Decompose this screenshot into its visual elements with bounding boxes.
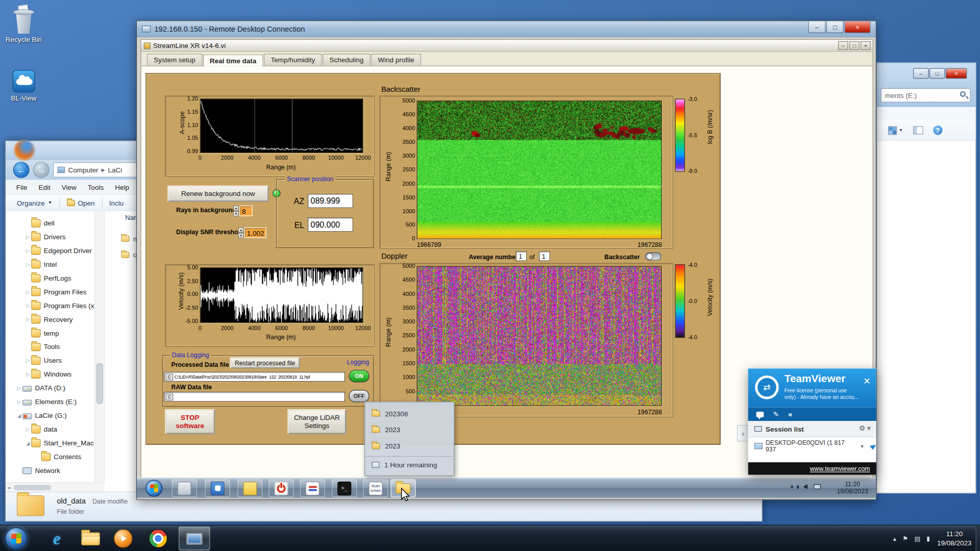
start-button[interactable] bbox=[5, 527, 28, 549]
close-icon[interactable]: ✕ bbox=[863, 377, 870, 385]
change-view-button[interactable]: ▼ bbox=[888, 126, 903, 135]
open-button[interactable]: Open bbox=[62, 197, 100, 208]
popup-folder-item[interactable]: 2023 bbox=[365, 422, 454, 438]
breadcrumb-drive[interactable]: LaCi bbox=[108, 166, 122, 174]
remote-clock[interactable]: 11:20 19/08/2023 bbox=[837, 481, 868, 495]
expander-icon[interactable]: ▷ bbox=[24, 289, 31, 294]
popup-folder-item[interactable]: 2023 bbox=[365, 438, 454, 454]
rdp-titlebar[interactable]: 192.168.0.150 - Remote Desktop Connectio… bbox=[137, 21, 875, 38]
teamviewer-expander[interactable]: › bbox=[737, 425, 749, 442]
close-button[interactable]: × bbox=[861, 41, 871, 50]
expander-icon[interactable]: ▷ bbox=[24, 234, 31, 240]
processed-logging-toggle[interactable]: ON bbox=[349, 370, 369, 382]
annotate-icon[interactable]: ✎ bbox=[773, 410, 779, 418]
remote-task-button-terminal[interactable]: >_ bbox=[332, 479, 357, 497]
stop-software-button[interactable]: STOPsoftware bbox=[165, 409, 215, 434]
processed-path-field[interactable]: C C:\LiDAR\Data\Proc\2023\202308\2023081… bbox=[164, 372, 345, 382]
desktop-icon-recycle-bin[interactable]: Recycle Bin bbox=[0, 5, 47, 43]
include-button[interactable]: Inclu bbox=[104, 197, 129, 208]
taskbar-rdp-button-active[interactable] bbox=[179, 527, 210, 550]
el-value[interactable]: 090.000 bbox=[307, 217, 353, 232]
popup-folder-item[interactable]: 202308 bbox=[365, 406, 454, 422]
taskbar-ie-button[interactable]: e bbox=[46, 528, 68, 549]
menu-item[interactable]: Tools bbox=[82, 182, 109, 192]
teamviewer-website-link[interactable]: www.teamviewer.com bbox=[810, 465, 870, 472]
expander-icon[interactable]: ▷ bbox=[24, 427, 31, 432]
expander-icon[interactable]: ▷ bbox=[24, 303, 31, 308]
remote-task-button-stop[interactable] bbox=[269, 479, 294, 497]
close-button[interactable]: × bbox=[844, 21, 870, 33]
taskbar-explorer-button[interactable] bbox=[81, 532, 100, 545]
tree-item[interactable]: ▷ Program Files (x bbox=[6, 298, 94, 312]
help-button[interactable]: ? bbox=[933, 126, 942, 135]
breadcrumb-computer[interactable]: Computer bbox=[68, 166, 98, 174]
average-number-value[interactable]: 1 bbox=[516, 251, 527, 261]
tray-flag-icon[interactable]: ⚑ bbox=[902, 535, 908, 542]
maximize-button[interactable]: □ bbox=[929, 68, 945, 79]
tree-item[interactable]: ▷ data bbox=[6, 422, 94, 436]
show-desktop-button[interactable] bbox=[975, 525, 980, 551]
tree-horizontal-scrollbar[interactable]: ◂ bbox=[6, 482, 104, 491]
search-icon[interactable] bbox=[960, 91, 966, 97]
scrollbar-thumb[interactable] bbox=[96, 363, 103, 404]
tree-item[interactable]: ▷ Users bbox=[6, 354, 94, 367]
remote-task-button-scan-sched[interactable]: Scansched bbox=[363, 479, 388, 497]
back-button[interactable]: ← bbox=[13, 162, 30, 178]
change-lidar-settings-button[interactable]: Change LiDARSettings bbox=[287, 409, 346, 434]
gear-icon[interactable]: ⚙ ▾ bbox=[859, 424, 871, 432]
expander-icon[interactable]: ▷ bbox=[24, 316, 31, 322]
dropdown-icon[interactable]: ▼ bbox=[860, 444, 864, 448]
restore-button[interactable]: □ bbox=[849, 41, 860, 50]
expander-icon[interactable]: ▷ bbox=[24, 261, 31, 267]
raw-logging-toggle[interactable]: OFF bbox=[349, 390, 369, 402]
az-value[interactable]: 089.999 bbox=[307, 194, 353, 208]
maximize-button[interactable]: □ bbox=[826, 21, 844, 33]
renew-background-button[interactable]: Renew background now bbox=[167, 186, 268, 202]
taskbar-clock[interactable]: 11:20 19/08/2023 bbox=[934, 529, 975, 548]
snr-spinner[interactable]: ▲▼ bbox=[238, 228, 244, 238]
tree-item[interactable]: Tools bbox=[6, 340, 94, 354]
minimize-button[interactable]: – bbox=[913, 68, 929, 79]
chat-icon[interactable] bbox=[756, 411, 764, 417]
volume-icon[interactable] bbox=[803, 484, 807, 489]
expander-icon[interactable]: ▷ bbox=[16, 385, 22, 391]
menu-item[interactable]: File bbox=[11, 182, 33, 192]
backscatter-toggle[interactable] bbox=[645, 253, 662, 261]
desktop-icon-bl-view[interactable]: BL-View bbox=[0, 70, 47, 102]
network-icon[interactable] bbox=[814, 484, 820, 489]
menu-item[interactable]: Edit bbox=[33, 182, 56, 192]
raw-path-field[interactable]: C bbox=[164, 392, 345, 402]
rays-value[interactable]: 8 bbox=[239, 206, 253, 216]
tray-battery-icon[interactable]: ▮ bbox=[926, 535, 930, 542]
taskbar-media-player-button[interactable] bbox=[114, 529, 133, 548]
average-count-value[interactable]: 1 bbox=[539, 251, 550, 261]
preview-pane-button[interactable] bbox=[913, 126, 923, 134]
remote-start-button[interactable] bbox=[145, 480, 162, 496]
tree-item[interactable]: ▷ Intel bbox=[6, 257, 94, 271]
popup-footer-item[interactable]: 1 Hour remaining bbox=[365, 456, 454, 472]
collapse-icon[interactable]: « bbox=[788, 410, 792, 418]
tree-item[interactable]: temp bbox=[6, 326, 94, 340]
expander-icon[interactable]: ▷ bbox=[16, 399, 22, 405]
expander-icon[interactable]: ▷ bbox=[24, 358, 31, 363]
expander-icon[interactable]: ◢ bbox=[16, 413, 22, 418]
remote-task-button-vi[interactable] bbox=[300, 479, 325, 497]
rays-spinner[interactable]: ▲▼ bbox=[233, 206, 239, 216]
organize-button[interactable]: Organize▼ bbox=[12, 197, 57, 208]
tree-item[interactable]: dell bbox=[6, 216, 94, 230]
tree-item[interactable]: ◢ Start_Here_Mac... bbox=[6, 436, 94, 450]
tree-item[interactable]: ▷ Recovery bbox=[6, 312, 94, 326]
tree-item[interactable]: ▷ Edgeport Driver bbox=[6, 244, 94, 258]
search-input[interactable]: ments (E:) bbox=[880, 88, 970, 103]
minimize-button[interactable]: – bbox=[838, 41, 848, 50]
tree-item[interactable]: ▷ DATA (D:) bbox=[6, 381, 94, 395]
tab[interactable]: Real time data bbox=[203, 55, 263, 66]
tray-keyboard-icon[interactable]: ▤ bbox=[914, 535, 920, 542]
remote-task-button-app1[interactable] bbox=[172, 479, 197, 497]
show-hidden-icons-button[interactable]: ▲ bbox=[790, 484, 795, 489]
restart-processed-button[interactable]: Restart processed file bbox=[230, 357, 300, 368]
tab[interactable]: Temp/humidity bbox=[264, 54, 322, 65]
taskbar-chrome-button[interactable] bbox=[149, 529, 167, 548]
remote-task-button-app2[interactable] bbox=[205, 479, 230, 497]
snr-value[interactable]: 1.002 bbox=[244, 228, 266, 238]
